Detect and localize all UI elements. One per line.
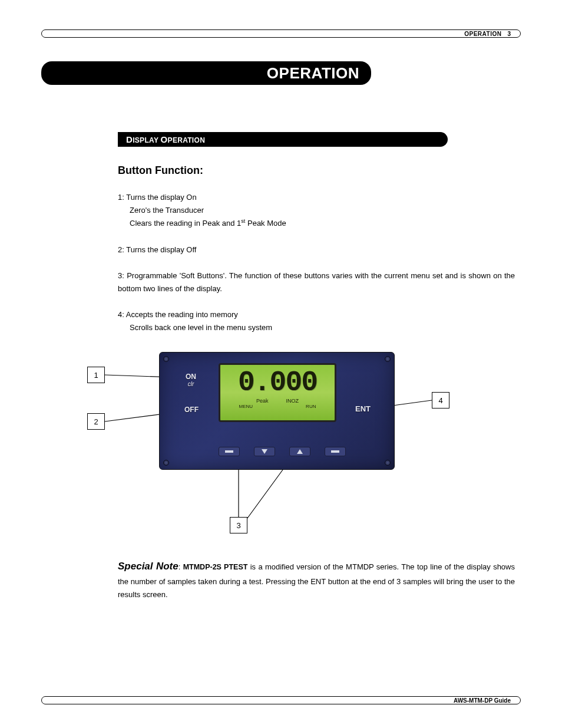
svg-marker-11 bbox=[262, 449, 267, 454]
section-title-d: D bbox=[126, 134, 133, 144]
dash-icon bbox=[329, 449, 341, 454]
callout-3: 3 bbox=[230, 517, 247, 533]
fn4-line2: Scrolls back one level in the menu syste… bbox=[130, 321, 515, 334]
lcd-unit-label: INOZ bbox=[286, 398, 299, 404]
triangle-up-icon bbox=[296, 448, 304, 455]
on-button-label: ON bbox=[186, 373, 196, 381]
lcd-row2: Peak INOZ bbox=[256, 398, 299, 404]
chapter-title-banner: OPERATION bbox=[41, 61, 371, 85]
button-function-4: 4: Accepts the reading into memory Scrol… bbox=[118, 308, 515, 334]
fn3-text: Programmable 'Soft Buttons'. The functio… bbox=[118, 271, 515, 293]
fn1-line3a: Clears the reading in Peak and 1 bbox=[130, 219, 241, 228]
chapter-title: OPERATION bbox=[267, 64, 359, 83]
svg-rect-13 bbox=[331, 450, 339, 453]
off-button-label: OFF bbox=[184, 406, 199, 414]
device-figure: 1 2 3 4 ON bbox=[41, 352, 515, 546]
fn1-line1: Turns the display On bbox=[126, 193, 196, 202]
section-title-banner: DISPLAY OPERATION bbox=[118, 132, 448, 147]
soft-button-dash-2[interactable] bbox=[325, 447, 346, 456]
off-button[interactable]: OFF bbox=[184, 406, 199, 414]
soft-button-down[interactable] bbox=[254, 447, 275, 456]
header-page-number: 3 bbox=[507, 31, 511, 37]
fn4-num: 4: bbox=[118, 310, 124, 319]
lcd-run-label: RUN bbox=[306, 404, 316, 409]
callout-3-text: 3 bbox=[236, 521, 240, 530]
fn1-line2: Zero's the Transducer bbox=[130, 204, 515, 217]
lcd-peak-label: Peak bbox=[256, 398, 269, 404]
section-title-o: O bbox=[161, 134, 168, 144]
fn1-num: 1: bbox=[118, 193, 124, 202]
callout-4: 4 bbox=[432, 392, 449, 409]
special-note-model: MTMDP-2S PTEST bbox=[183, 563, 248, 571]
svg-rect-10 bbox=[225, 450, 233, 453]
fn1-line3: Clears the reading in Peak and 1st Peak … bbox=[130, 217, 515, 230]
footer-guide-label: AWS-MTM-DP Guide bbox=[454, 697, 511, 704]
soft-buttons-row bbox=[219, 447, 346, 456]
special-note-lead: Special Note bbox=[118, 561, 178, 572]
page-header-rule: OPERATION 3 bbox=[41, 29, 521, 38]
callout-2: 2 bbox=[87, 413, 105, 430]
button-function-2: 2: Turns the display Off bbox=[118, 243, 515, 256]
on-button[interactable]: ON clr bbox=[186, 373, 196, 387]
button-function-list: 1: Turns the display On Zero's the Trans… bbox=[118, 191, 515, 334]
lcd-row3: MENU RUN bbox=[239, 404, 316, 409]
fn1-line3b: Peak Mode bbox=[245, 219, 286, 228]
lcd-menu-label: MENU bbox=[239, 404, 253, 409]
callout-2-text: 2 bbox=[94, 417, 98, 426]
svg-marker-12 bbox=[297, 449, 303, 454]
button-function-heading: Button Function: bbox=[118, 164, 515, 177]
callout-1: 1 bbox=[87, 367, 105, 383]
triangle-down-icon bbox=[260, 448, 269, 455]
button-function-3: 3: Programmable 'Soft Buttons'. The func… bbox=[118, 269, 515, 295]
ent-button-label: ENT bbox=[355, 404, 371, 413]
ent-button[interactable]: ENT bbox=[355, 404, 371, 413]
lcd-reading: 0.000 bbox=[238, 368, 317, 397]
screw-icon bbox=[385, 460, 391, 466]
callout-4-text: 4 bbox=[438, 396, 442, 405]
fn2-num: 2: bbox=[118, 245, 124, 254]
screw-icon bbox=[385, 356, 391, 362]
button-function-1: 1: Turns the display On Zero's the Trans… bbox=[118, 191, 515, 230]
soft-button-up[interactable] bbox=[289, 447, 310, 456]
callout-1-text: 1 bbox=[94, 371, 98, 380]
fn2-line1: Turns the display Off bbox=[124, 245, 197, 254]
section-title-peration: PERATION bbox=[168, 136, 206, 144]
page-footer-rule: AWS-MTM-DP Guide bbox=[41, 696, 521, 704]
dash-icon bbox=[223, 449, 235, 454]
lcd-display: 0.000 Peak INOZ MENU RUN bbox=[219, 363, 336, 422]
special-note-colon: : bbox=[178, 562, 183, 571]
screw-icon bbox=[163, 356, 169, 362]
header-section-label: OPERATION bbox=[464, 31, 501, 37]
fn4-line1: Accepts the reading into memory bbox=[126, 310, 238, 319]
screw-icon bbox=[163, 460, 169, 466]
device-panel: ON clr OFF ENT 0.000 Peak INOZ MENU bbox=[159, 352, 395, 470]
special-note-paragraph: Special Note: MTMDP-2S PTEST is a modifi… bbox=[118, 558, 515, 601]
on-button-sublabel: clr bbox=[186, 381, 196, 387]
soft-button-dash[interactable] bbox=[219, 447, 240, 456]
fn3-num: 3: bbox=[118, 271, 124, 280]
section-title-isplay: ISPLAY bbox=[133, 136, 160, 144]
